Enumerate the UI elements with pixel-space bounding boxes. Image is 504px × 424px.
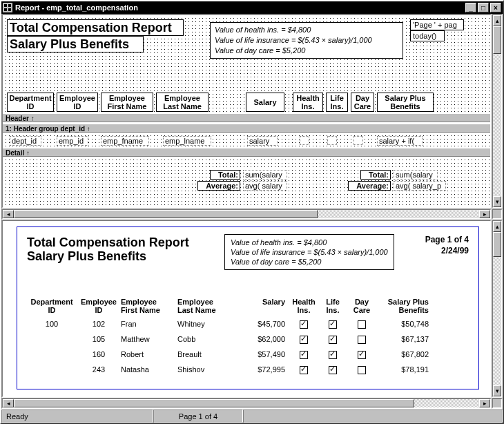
checkbox-icon[interactable] (300, 320, 308, 329)
col-dept-id[interactable]: Department ID (7, 93, 54, 112)
scroll-left-icon[interactable]: ◂ (3, 399, 14, 407)
col-life[interactable]: Life Ins. (326, 93, 348, 112)
col-health[interactable]: Health Ins. (293, 93, 323, 112)
preview-pane[interactable]: Total Compensation Report Salary Plus Be… (1, 220, 492, 398)
cell-life[interactable] (318, 365, 347, 380)
cell-emp: 102 (77, 320, 121, 335)
col-emp-fname[interactable]: Employee First Name (101, 93, 153, 112)
avg-label-2[interactable]: Average: (348, 181, 391, 191)
checkbox-icon[interactable] (358, 336, 366, 344)
cell-daycare[interactable] (347, 320, 376, 335)
cell-life[interactable] (318, 335, 347, 350)
report-title-2[interactable]: Salary Plus Benefits (7, 36, 144, 52)
band-group[interactable]: 1: Header group dept_id ↑ (3, 124, 490, 133)
title-bar[interactable]: Report - emp_total_compensation _ □ × (1, 1, 503, 14)
cell-plus: $67,802 (376, 350, 429, 365)
scroll-up-icon[interactable]: ▴ (493, 221, 501, 232)
design-hscroll[interactable]: ◂ ▸ (1, 209, 492, 220)
table-row: 160RobertBreault$57,490$67,802 (27, 350, 469, 365)
preview-note-1: Value of health ins. = $4,800 (231, 238, 388, 247)
field-daycare-chk[interactable] (353, 136, 363, 145)
scroll-thumb-h[interactable] (14, 210, 318, 218)
avg-label-1[interactable]: Average: (197, 181, 240, 191)
report-title-1[interactable]: Total Compensation Report (7, 19, 184, 36)
page-expression[interactable]: 'Page ' + pag (410, 19, 464, 30)
checkbox-icon[interactable] (329, 320, 337, 329)
cell-health[interactable] (289, 365, 318, 380)
cell-plus: $50,748 (376, 320, 429, 335)
band-detail[interactable]: Detail ↑ (3, 148, 490, 157)
field-dept-id[interactable]: dept_id (10, 136, 41, 146)
total-label-1[interactable]: Total: (210, 170, 240, 180)
ph-emp: Employee ID (77, 298, 121, 314)
cell-life[interactable] (318, 320, 347, 335)
maximize-button[interactable]: □ (478, 3, 489, 12)
field-emp-fname[interactable]: emp_fname (101, 136, 149, 146)
svg-rect-3 (8, 8, 11, 11)
checkbox-icon[interactable] (329, 366, 337, 374)
field-emp-lname[interactable]: emp_lname (163, 136, 211, 146)
total-expr-2[interactable]: sum(salary (394, 170, 438, 180)
field-health-chk[interactable] (300, 136, 309, 145)
checkbox-icon[interactable] (300, 351, 308, 359)
close-button[interactable]: × (490, 3, 501, 12)
scroll-right-icon[interactable]: ▸ (479, 399, 490, 407)
status-spacer (243, 409, 503, 423)
cell-daycare[interactable] (347, 335, 376, 350)
checkbox-icon[interactable] (358, 366, 366, 374)
col-emp-lname[interactable]: Employee Last Name (156, 93, 209, 112)
field-life-chk[interactable] (327, 136, 337, 145)
cell-daycare[interactable] (347, 365, 376, 380)
col-salary-plus[interactable]: Salary Plus Benefits (377, 93, 434, 112)
field-salary[interactable]: salary (247, 136, 278, 146)
window-title: Report - emp_total_compensation (15, 3, 464, 12)
scroll-down-icon[interactable]: ▾ (493, 196, 501, 207)
design-pane[interactable]: Total Compensation Report Salary Plus Be… (1, 14, 492, 209)
cell-health[interactable] (289, 335, 318, 350)
scroll-corner (492, 209, 503, 220)
col-daycare[interactable]: Day Care (351, 93, 374, 112)
cell-dept (27, 350, 77, 365)
design-vscroll[interactable]: ▴ ▾ (492, 14, 503, 209)
col-emp-id[interactable]: Employee ID (57, 93, 98, 112)
cell-daycare[interactable] (347, 350, 376, 365)
field-salary-plus[interactable]: salary + if( (377, 136, 423, 146)
checkbox-icon[interactable] (329, 336, 337, 344)
cell-life[interactable] (318, 350, 347, 365)
status-ready: Ready (1, 409, 153, 423)
scroll-up-icon[interactable]: ▴ (493, 15, 501, 26)
preview-vscroll[interactable]: ▴ ▾ (492, 220, 503, 398)
scroll-thumb-h[interactable] (14, 399, 414, 407)
field-emp-id[interactable]: emp_id (57, 136, 88, 146)
scroll-right-icon[interactable]: ▸ (479, 210, 490, 218)
preview-note-2: Value of life insurance = $(5.43 × salar… (231, 247, 388, 257)
checkbox-icon[interactable] (300, 336, 308, 344)
avg-expr-1[interactable]: avg( salary (243, 181, 287, 191)
checkbox-icon[interactable] (329, 351, 337, 359)
col-salary[interactable]: Salary (246, 93, 284, 112)
checkbox-icon[interactable] (358, 320, 366, 329)
checkbox-icon[interactable] (300, 366, 308, 374)
cell-lname: Shishov (177, 365, 240, 380)
cell-salary: $45,700 (240, 320, 289, 335)
notes-box[interactable]: Value of health ins. = $4,800 Value of l… (210, 22, 403, 59)
cell-lname: Cobb (177, 335, 240, 350)
cell-fname: Matthew (121, 335, 177, 350)
checkbox-icon[interactable] (358, 351, 366, 359)
preview-hscroll[interactable]: ◂ ▸ (1, 398, 492, 409)
total-expr-1[interactable]: sum(salary (243, 170, 287, 180)
minimize-button[interactable]: _ (465, 3, 476, 12)
scroll-down-icon[interactable]: ▾ (493, 385, 501, 396)
band-header[interactable]: Header ↑ (3, 113, 490, 122)
scroll-left-icon[interactable]: ◂ (3, 210, 14, 218)
today-expression[interactable]: today() (410, 30, 445, 41)
ph-plus: Salary Plus Benefits (376, 298, 429, 314)
scroll-thumb[interactable] (493, 232, 501, 257)
scroll-thumb[interactable] (493, 26, 501, 54)
avg-expr-2[interactable]: avg( salary_p (394, 181, 446, 191)
total-label-2[interactable]: Total: (360, 170, 391, 180)
cell-health[interactable] (289, 320, 318, 335)
cell-health[interactable] (289, 350, 318, 365)
preview-note-3: Value of day care = $5,200 (231, 257, 388, 267)
cell-dept (27, 365, 77, 380)
